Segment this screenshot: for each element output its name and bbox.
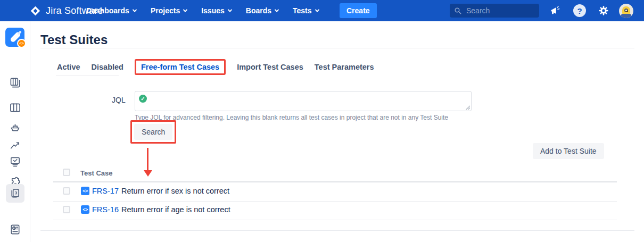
resize-handle-icon[interactable]	[465, 105, 470, 110]
sidebar-pages-icon[interactable]	[9, 187, 22, 200]
menu-projects[interactable]: Projects	[151, 6, 187, 15]
issue-summary: Return error if sex is not correct	[121, 187, 229, 195]
tab-active[interactable]: Active	[57, 63, 80, 71]
annotation-arrow	[147, 148, 148, 170]
sidebar-project-reports-icon[interactable]	[9, 223, 22, 236]
test-case-type-icon[interactable]: <>	[81, 205, 89, 214]
test-case-type-icon[interactable]: <>	[81, 187, 89, 195]
row-checkbox[interactable]	[63, 206, 70, 213]
project-sidebar: <>	[0, 21, 30, 242]
jql-textarea[interactable]: ✓	[135, 91, 472, 111]
annotation-arrow-head	[144, 170, 152, 177]
menu-dashboards[interactable]: Dashboards	[86, 6, 136, 15]
chevron-down-icon	[275, 7, 279, 12]
global-search-input[interactable]: Search	[450, 4, 539, 18]
issue-summary: Return error if age is not correct	[121, 205, 230, 214]
issue-key-link[interactable]: FRS-17	[92, 187, 119, 195]
menu-tests[interactable]: Tests	[293, 6, 319, 15]
valid-check-icon: ✓	[139, 95, 147, 103]
minion-goggle	[624, 9, 628, 12]
menu-issues[interactable]: Issues	[201, 6, 232, 15]
jql-helper-text: Type JQL for advanced filtering. Leaving…	[135, 114, 448, 121]
page-title: Test Suites	[40, 32, 108, 47]
tab-bar: Active Disabled Free-form Test Cases Imp…	[57, 59, 374, 75]
jira-diamond-icon	[30, 5, 41, 16]
user-avatar[interactable]	[619, 4, 633, 18]
annotation-box-search-button: Search	[130, 120, 176, 144]
table-row: <> FRS-16 Return error if age is not cor…	[53, 201, 617, 220]
create-button[interactable]: Create	[340, 3, 377, 18]
sidebar-releases-icon[interactable]	[9, 121, 22, 134]
sidebar-boards-icon[interactable]	[9, 76, 22, 89]
add-to-test-suite-button[interactable]: Add to Test Suite	[533, 143, 604, 159]
chevron-down-icon	[315, 7, 319, 12]
jql-label: JQL	[112, 96, 126, 104]
divider	[40, 48, 634, 48]
tab-disabled[interactable]: Disabled	[92, 63, 123, 71]
project-avatar[interactable]: <>	[5, 28, 24, 47]
chevron-down-icon	[183, 7, 187, 12]
sidebar-tests-icon[interactable]	[9, 155, 22, 169]
chevron-down-icon	[228, 7, 232, 12]
annotation-box-free-form-tab: Free-form Test Cases	[135, 59, 226, 75]
tab-free-form-test-cases[interactable]: Free-form Test Cases	[141, 63, 219, 71]
chevron-down-icon	[133, 7, 137, 12]
code-badge-icon: <>	[17, 39, 26, 48]
divider	[53, 220, 617, 220]
issue-key-link[interactable]: FRS-16	[92, 205, 119, 214]
select-all-checkbox[interactable]	[63, 169, 70, 176]
search-icon	[454, 7, 462, 15]
main-content: Test Suites Active Disabled Free-form Te…	[30, 21, 644, 242]
main-menu: Dashboards Projects Issues Boards Tests	[86, 0, 319, 21]
sidebar-reports-icon[interactable]	[9, 139, 22, 152]
help-icon[interactable]: ?	[573, 4, 586, 17]
tab-test-parameters[interactable]: Test Parameters	[315, 63, 374, 71]
row-checkbox[interactable]	[63, 187, 70, 195]
divider	[56, 76, 119, 76]
megaphone-icon[interactable]	[549, 4, 562, 17]
sidebar-columns-icon[interactable]	[9, 101, 22, 114]
gear-icon[interactable]	[597, 4, 610, 17]
tab-import-test-cases[interactable]: Import Test Cases	[237, 63, 303, 71]
search-button[interactable]: Search	[134, 124, 172, 140]
table-header-test-case: Test Case	[80, 169, 112, 177]
search-placeholder: Search	[466, 6, 490, 15]
divider	[40, 230, 634, 231]
table-row: <> FRS-17 Return error if sex is not cor…	[53, 182, 617, 201]
top-navbar: Jira Software Dashboards Projects Issues…	[0, 0, 644, 21]
menu-boards[interactable]: Boards	[246, 6, 278, 15]
